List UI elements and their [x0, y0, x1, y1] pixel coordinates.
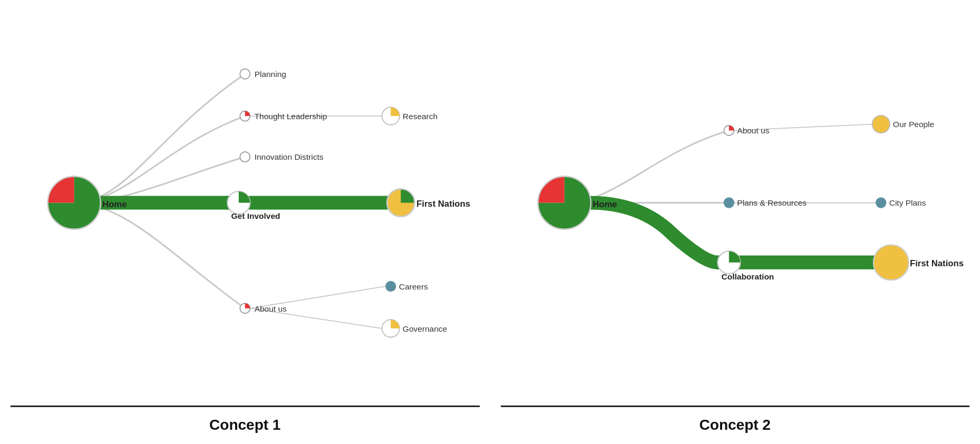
concept-2: About us Our People Plans & Resources Ci…	[490, 0, 981, 444]
svg-point-3	[240, 152, 250, 162]
concept-1-label: Concept 1	[0, 407, 490, 444]
our-people-label: Our People	[892, 120, 934, 129]
collaboration-label: Collaboration	[721, 272, 774, 281]
plans-resources-label: Plans & Resources	[737, 198, 807, 207]
svg-point-10	[386, 281, 396, 291]
city-plans-label: City Plans	[889, 198, 926, 207]
innovation-districts-label: Innovation Districts	[255, 152, 324, 161]
main-container: Planning Thought Leadership Research Inn…	[0, 0, 980, 444]
concept-2-diagram: About us Our People Plans & Resources Ci…	[490, 0, 981, 406]
svg-point-13	[872, 115, 889, 133]
get-involved-label: Get Involved	[231, 211, 280, 220]
first-nations-label-c2: First Nations	[910, 258, 964, 268]
first-nations-label-c1: First Nations	[416, 199, 470, 209]
planning-label: Planning	[255, 70, 286, 79]
research-label: Research	[403, 112, 438, 121]
thought-leadership-label: Thought Leadership	[255, 112, 327, 121]
concept-2-label: Concept 2	[490, 407, 981, 444]
svg-point-0	[240, 69, 250, 79]
concept-1-diagram: Planning Thought Leadership Research Inn…	[0, 0, 490, 406]
svg-point-19	[873, 245, 908, 280]
about-us-label-c2: About us	[737, 126, 769, 135]
concept-1: Planning Thought Leadership Research Inn…	[0, 0, 490, 444]
svg-point-14	[724, 198, 734, 208]
home-label-c1: Home	[102, 199, 127, 209]
home-label-c2: Home	[593, 199, 617, 209]
svg-point-15	[876, 198, 886, 208]
governance-label: Governance	[403, 324, 447, 333]
careers-label: Careers	[399, 282, 428, 291]
about-us-label-c1: About us	[255, 304, 287, 313]
